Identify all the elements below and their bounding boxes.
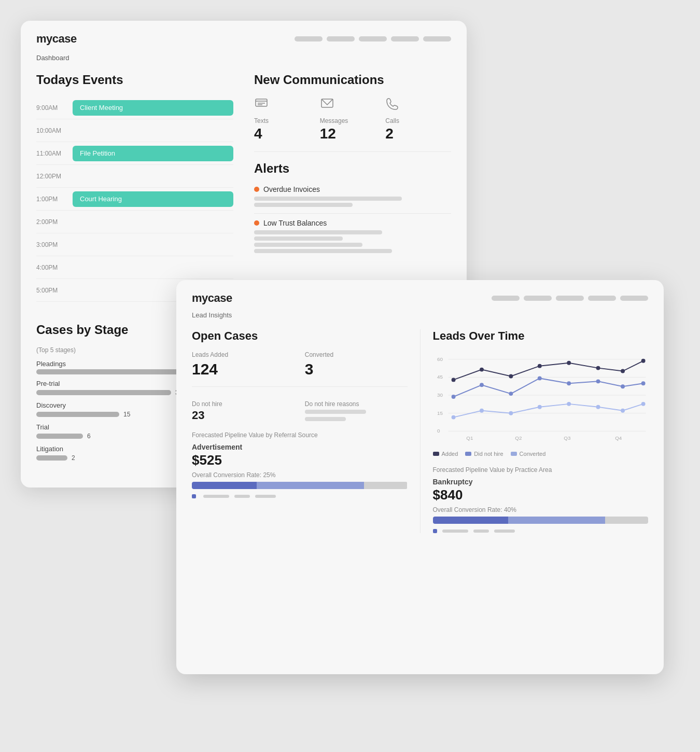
pipeline-practice-value: $840: [433, 487, 649, 503]
second-top-nav-pills: [492, 296, 648, 301]
converted-value: 3: [305, 360, 408, 378]
event-bar-file-petition[interactable]: File Petition: [73, 146, 233, 161]
pipeline-practice-name: Bankruptcy: [433, 478, 649, 486]
second-nav-pill-1[interactable]: [492, 296, 520, 301]
legend-swatch-converted: [511, 452, 517, 456]
event-label-client-meeting: Client Meeting: [80, 104, 123, 112]
svg-point-29: [509, 392, 513, 396]
pipeline-practice-bar-purple: [508, 517, 605, 524]
svg-text:Q3: Q3: [564, 435, 571, 441]
alert-trust-title: Low Trust Balances: [263, 219, 327, 227]
alert-overdue-header: Overdue Invoices: [254, 185, 451, 193]
converted-label: Converted: [305, 351, 408, 358]
practice-legend-dot-blue: [433, 529, 437, 533]
svg-text:0: 0: [437, 428, 440, 434]
event-bar-court-hearing[interactable]: Court Hearing: [73, 191, 233, 207]
legend-added: Added: [433, 451, 458, 457]
legend-item-blue: [192, 494, 198, 498]
event-time-2pm: 2:00PM: [36, 218, 73, 226]
practice-legend-bar-1: [442, 530, 468, 533]
calls-label: Calls: [385, 117, 451, 124]
open-cases-metrics-row: Leads Added 124 Converted 3: [192, 351, 408, 387]
texts-label: Texts: [254, 117, 320, 124]
event-row-1pm: 1:00PM Court Hearing: [36, 188, 233, 211]
nav-pill-1[interactable]: [295, 36, 323, 41]
alert-bar-trust-3: [254, 243, 362, 247]
comm-item-texts: Texts 4: [254, 96, 320, 142]
event-bar-client-meeting[interactable]: Client Meeting: [73, 100, 233, 116]
svg-point-34: [641, 381, 645, 385]
svg-text:Q1: Q1: [466, 435, 473, 441]
second-dashboard-card: mycase Lead Insights Open Cases Leads Ad…: [176, 280, 664, 674]
nav-pill-3[interactable]: [359, 36, 387, 41]
svg-point-23: [567, 361, 571, 365]
pipeline-source-name: Advertisement: [192, 443, 408, 451]
events-list: 9:00AM Client Meeting 10:00AM 11:00AM Fi…: [36, 96, 233, 302]
nav-pill-2[interactable]: [327, 36, 355, 41]
leads-chart-svg: 60 45 30 15 0 Q1 Q2 Q3 Q4: [433, 351, 649, 444]
second-main-content: Open Cases Leads Added 124 Converted 3 D…: [176, 324, 664, 549]
second-nav-pill-5[interactable]: [620, 296, 648, 301]
svg-text:60: 60: [437, 356, 442, 362]
second-nav-pill-2[interactable]: [524, 296, 552, 301]
leads-added-label: Leads Added: [192, 351, 295, 358]
stage-bar-pretrial: [36, 390, 171, 395]
second-right-column: Leads Over Time 60 45 30 15 0: [421, 329, 649, 533]
alert-bar-trust-1: [254, 230, 382, 234]
do-not-hire-label: Do not hire: [192, 400, 295, 408]
nav-pill-4[interactable]: [391, 36, 419, 41]
svg-point-25: [621, 369, 625, 373]
svg-point-32: [596, 379, 600, 383]
stage-bar-discovery: [36, 412, 119, 417]
second-left-column: Open Cases Leads Added 124 Converted 3 D…: [192, 329, 421, 533]
event-time-3pm: 3:00PM: [36, 241, 73, 248]
svg-text:45: 45: [437, 374, 442, 380]
event-row-9am: 9:00AM Client Meeting: [36, 96, 233, 119]
alert-trust-header: Low Trust Balances: [254, 219, 451, 227]
second-nav-pill-3[interactable]: [556, 296, 584, 301]
svg-point-31: [567, 381, 571, 385]
breadcrumb: Dashboard: [21, 51, 467, 67]
second-nav-pill-4[interactable]: [588, 296, 616, 301]
event-label-file-petition: File Petition: [80, 149, 115, 157]
right-column: New Communications Texts 4: [249, 73, 451, 302]
todays-events-title: Todays Events: [36, 73, 233, 87]
open-cases-title: Open Cases: [192, 329, 408, 343]
svg-point-21: [509, 374, 513, 378]
practice-legend-bar-2: [473, 530, 489, 533]
pipeline-bar-container: [192, 482, 408, 489]
pipeline-legend: [192, 494, 408, 498]
pipeline-referral-section: Forecasted Pipeline Value by Referral So…: [192, 431, 408, 498]
legend-text-added: Added: [442, 451, 458, 457]
svg-point-39: [567, 402, 571, 406]
svg-point-20: [480, 368, 484, 372]
reasons-bar: [305, 410, 367, 414]
legend-swatch-added: [433, 452, 439, 456]
nav-pill-5[interactable]: [423, 36, 451, 41]
practice-legend-item-blue: [433, 529, 437, 533]
reasons-bar-2: [305, 417, 346, 421]
svg-rect-0: [256, 99, 267, 106]
legend-text-did-not-hire: Did not hire: [474, 451, 503, 457]
top-nav-pills: [295, 36, 451, 41]
metric-reasons: Do not hire reasons: [305, 396, 408, 422]
calls-value: 2: [385, 126, 451, 142]
texts-value: 4: [254, 126, 320, 142]
chart-legend: Added Did not hire Converted: [433, 451, 649, 457]
alert-dot-overdue: [254, 187, 259, 192]
event-time-11am: 11:00AM: [36, 150, 73, 157]
legend-text-converted: Converted: [520, 451, 546, 457]
metric-leads-added: Leads Added 124: [192, 351, 295, 378]
event-time-1pm: 1:00PM: [36, 196, 73, 203]
second-breadcrumb: Lead Insights: [176, 310, 664, 324]
practice-legend-bar-3: [494, 530, 515, 533]
pipeline-practice-label: Forecasted Pipeline Value by Practice Ar…: [433, 466, 649, 474]
pipeline-practice-conv: Overall Conversion Rate: 40%: [433, 506, 649, 513]
legend-bar-2: [234, 495, 250, 498]
legend-swatch-did-not-hire: [465, 452, 471, 456]
calls-icon: [385, 96, 451, 114]
metric-do-not-hire: Do not hire 23: [192, 396, 295, 422]
stage-bar-trial: [36, 434, 83, 439]
legend-did-not-hire: Did not hire: [465, 451, 503, 457]
event-row-10am: 10:00AM: [36, 119, 233, 142]
